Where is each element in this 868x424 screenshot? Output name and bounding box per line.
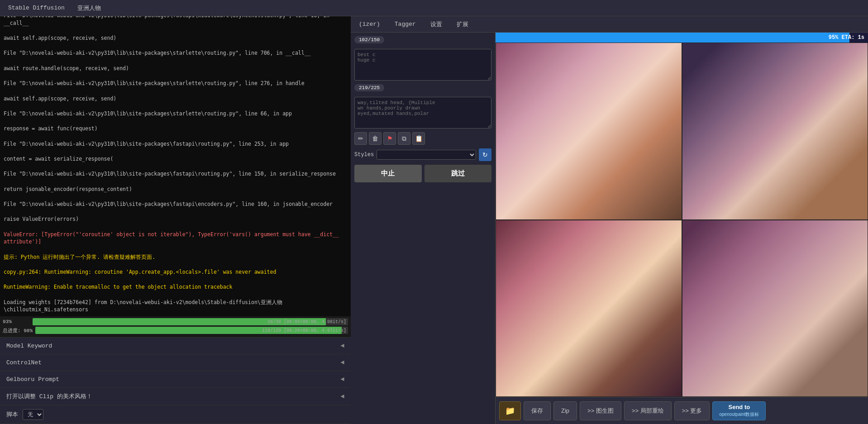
accordion-header-0[interactable]: Model Keyword ◄: [0, 338, 351, 354]
prompt-counter-badge: 102/150: [354, 36, 491, 45]
to-inpaint-button[interactable]: >> 局部重绘: [624, 401, 672, 420]
sub-nav-item-2[interactable]: 设置: [427, 19, 446, 30]
script-select[interactable]: 无: [23, 409, 43, 420]
negative-counter: 219/225: [354, 84, 384, 91]
accordion-item-1: ControlNet ◄: [0, 354, 351, 371]
accordion-header-2[interactable]: Gelbooru Prompt ◄: [0, 371, 351, 387]
generated-image-1: [496, 43, 682, 219]
generated-image-3: [496, 220, 682, 397]
gen-buttons: 中止 跳过: [354, 165, 491, 182]
generated-image-4: [682, 220, 868, 397]
prompt-textarea[interactable]: [354, 49, 491, 81]
nav-asian-characters[interactable]: 亚洲人物: [74, 2, 105, 14]
more-button[interactable]: >> 更多: [674, 401, 710, 420]
image-area: 95% ETA: 1s: [496, 33, 868, 424]
refresh-styles-btn[interactable]: ↻: [479, 148, 491, 161]
image-grid: [496, 43, 868, 397]
accordion-arrow-3: ◄: [341, 393, 344, 400]
progress-row-1: 93% 28/30 [00:05<00:00, 4.98it/s]: [3, 318, 348, 325]
image-cell-2[interactable]: [682, 43, 868, 220]
image-cell-3[interactable]: [496, 220, 682, 397]
progress-section: 93% 28/30 [00:05<00:00, 4.98it/s] 总进度: 9…: [0, 316, 351, 337]
to-image-button[interactable]: >> 图生图: [580, 401, 621, 420]
script-label: 脚本: [6, 410, 18, 419]
edit-icon-btn[interactable]: ✏: [354, 132, 367, 145]
top-nav: Stable Diffusion 亚洲人物: [0, 0, 868, 16]
negative-counter-badge: 219/225: [354, 84, 491, 93]
styles-row: Styles ↻: [354, 148, 491, 161]
image-cell-1[interactable]: [496, 43, 682, 220]
accordion-arrow-0: ◄: [341, 342, 344, 349]
progress-label-2: 总进度: 98%: [3, 327, 33, 334]
progress-row-2: 总进度: 98% 118/120 [00:26<00:00, 4.97it/s]: [3, 327, 348, 334]
progress-stats-1: 28/30 [00:05<00:00, 4.98it/s]: [267, 319, 346, 324]
sub-nav-item-0[interactable]: (izer): [355, 19, 384, 29]
bottom-bar: 📁 保存 Zip >> 图生图 >> 局部重绘 >> 更多 Send to op…: [496, 397, 868, 424]
prompt-counter: 102/150: [354, 36, 384, 43]
send-to-button[interactable]: Send to openoutpaint数据标: [712, 401, 766, 420]
accordion-section: Model Keyword ◄ ControlNet ◄ Gelbooru Pr…: [0, 337, 351, 405]
action-buttons-row: ✏ 🗑 ⚑ ⧉ 📋: [354, 132, 491, 145]
left-panel: await responder(scope, receive, send) Fi…: [0, 16, 351, 424]
progress-bar-1: 28/30 [00:05<00:00, 4.98it/s]: [33, 318, 348, 325]
image-progress-text: 95% ETA: 1s: [829, 34, 864, 41]
accordion-arrow-2: ◄: [341, 376, 344, 383]
send-to-sub-label: openoutpaint数据标: [719, 411, 759, 418]
zip-button[interactable]: Zip: [553, 401, 577, 420]
styles-label: Styles: [354, 152, 374, 158]
send-to-label: Send to: [729, 404, 750, 410]
skip-button[interactable]: 跳过: [424, 165, 492, 182]
right-content: 102/150 219/225 ✏ 🗑 ⚑ ⧉ 📋: [351, 33, 868, 424]
sub-nav-item-1[interactable]: Tagger: [391, 19, 420, 29]
progress-label-1: 93%: [3, 319, 30, 324]
controls-panel: 102/150 219/225 ✏ 🗑 ⚑ ⧉ 📋: [351, 33, 496, 424]
accordion-label-3: 打开以调整 Clip 的美术风格！: [6, 392, 92, 400]
main-layout: await responder(scope, receive, send) Fi…: [0, 16, 868, 424]
image-progress-bar: 95% ETA: 1s: [496, 33, 868, 43]
accordion-arrow-1: ◄: [341, 359, 344, 366]
trash-icon-btn[interactable]: 🗑: [369, 132, 382, 145]
accordion-item-0: Model Keyword ◄: [0, 338, 351, 354]
styles-select[interactable]: [377, 150, 476, 160]
negative-prompt-textarea[interactable]: [354, 97, 491, 129]
accordion-label-0: Model Keyword: [6, 343, 52, 349]
script-row: 脚本 无: [0, 405, 351, 424]
progress-stats-2: 118/120 [00:26<00:00, 4.97it/s]: [262, 328, 346, 333]
accordion-item-3: 打开以调整 Clip 的美术风格！ ◄: [0, 388, 351, 405]
stop-button[interactable]: 中止: [354, 165, 422, 182]
accordion-item-2: Gelbooru Prompt ◄: [0, 371, 351, 388]
image-cell-4[interactable]: [682, 220, 868, 397]
accordion-label-1: ControlNet: [6, 359, 42, 366]
generated-image-2: [682, 43, 868, 219]
right-panel: (izer)Tagger设置扩展 102/150 219/225: [351, 16, 868, 424]
paste-icon-btn[interactable]: 📋: [412, 132, 425, 145]
sub-nav: (izer)Tagger设置扩展: [351, 16, 868, 33]
save-button[interactable]: 保存: [524, 401, 551, 420]
folder-button[interactable]: 📁: [499, 401, 521, 420]
accordion-header-1[interactable]: ControlNet ◄: [0, 354, 351, 371]
accordion-label-2: Gelbooru Prompt: [6, 376, 59, 383]
copy-icon-btn[interactable]: ⧉: [398, 132, 410, 145]
console-area: await responder(scope, receive, send) Fi…: [0, 16, 351, 316]
flag-icon-btn[interactable]: ⚑: [383, 132, 396, 145]
accordion-header-3[interactable]: 打开以调整 Clip 的美术风格！ ◄: [0, 388, 351, 405]
nav-stable-diffusion[interactable]: Stable Diffusion: [5, 3, 68, 13]
progress-bar-2: 118/120 [00:26<00:00, 4.97it/s]: [35, 327, 348, 334]
sub-nav-item-3[interactable]: 扩展: [453, 19, 472, 30]
